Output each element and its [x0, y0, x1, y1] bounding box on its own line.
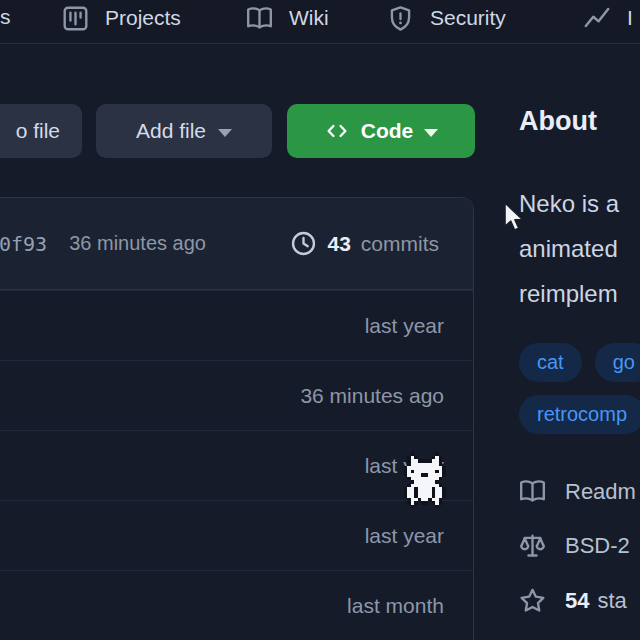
- commits-label: commits: [361, 232, 439, 256]
- project-icon: [62, 5, 89, 32]
- chevron-down-icon: [218, 129, 232, 137]
- row-updated-time: last year: [365, 524, 444, 548]
- go-to-file-label: o file: [16, 119, 60, 143]
- tab-label: Projects: [105, 6, 181, 30]
- chevron-down-icon: [424, 129, 438, 137]
- file-row[interactable]: 36 minutes ago: [0, 360, 473, 430]
- tab-label: Security: [430, 6, 506, 30]
- book-icon: [246, 5, 273, 32]
- code-button[interactable]: Code: [287, 104, 475, 158]
- commit-bar: 0f93 36 minutes ago 43 commits: [0, 198, 473, 290]
- about-heading: About: [519, 106, 597, 137]
- license-label: BSD-2: [565, 533, 630, 559]
- topic-pill[interactable]: cat: [519, 343, 582, 382]
- law-icon: [519, 532, 546, 559]
- history-icon: [290, 230, 317, 257]
- tab-security[interactable]: Security: [387, 0, 506, 36]
- commit-count: 43: [327, 232, 350, 256]
- about-description-line: Neko is a: [519, 181, 619, 226]
- code-icon: [324, 120, 350, 142]
- file-row[interactable]: last year: [0, 290, 473, 360]
- license-link[interactable]: BSD-2: [519, 532, 630, 559]
- star-icon: [519, 587, 546, 614]
- tab-wiki[interactable]: Wiki: [246, 0, 329, 36]
- file-row[interactable]: last year: [0, 500, 473, 570]
- stars-link[interactable]: 54sta: [519, 587, 627, 614]
- topic-list: cat go retrocomp: [519, 343, 640, 434]
- topic-pill[interactable]: retrocomp: [519, 395, 640, 434]
- about-description-line: reimplem: [519, 271, 619, 316]
- shield-icon: [387, 5, 414, 32]
- readme-label: Readm: [565, 479, 636, 505]
- tab-insights[interactable]: I: [583, 0, 633, 36]
- stars-label: sta: [597, 588, 626, 613]
- topic-pill[interactable]: go: [595, 343, 640, 382]
- about-description-line: animated: [519, 226, 619, 271]
- about-description: Neko is a animated reimplem: [519, 181, 619, 316]
- go-to-file-button[interactable]: o file: [0, 104, 82, 158]
- repo-tab-bar: s Projects Wiki Security I: [0, 0, 640, 44]
- tab-label: I: [627, 6, 633, 30]
- add-file-label: Add file: [136, 119, 206, 143]
- commit-hash[interactable]: 0f93: [0, 232, 47, 256]
- nav-partial-left: s: [0, 5, 11, 29]
- files-panel: 0f93 36 minutes ago 43 commits last year…: [0, 197, 474, 640]
- mouse-cursor: [503, 202, 527, 232]
- commit-time: 36 minutes ago: [69, 232, 206, 255]
- code-label: Code: [361, 119, 414, 143]
- row-updated-time: last year: [365, 314, 444, 338]
- row-updated-time: 36 minutes ago: [300, 384, 444, 408]
- file-row[interactable]: last month: [0, 570, 473, 640]
- star-count: 54: [565, 588, 589, 613]
- tab-label: Wiki: [289, 6, 329, 30]
- readme-link[interactable]: Readm: [519, 478, 636, 505]
- commit-history-link[interactable]: 43 commits: [290, 230, 439, 257]
- neko-cat-sprite: [400, 452, 456, 508]
- tab-projects[interactable]: Projects: [62, 0, 181, 36]
- row-updated-time: last month: [347, 594, 444, 618]
- add-file-button[interactable]: Add file: [96, 104, 272, 158]
- graph-icon: [583, 4, 611, 32]
- book-icon: [519, 478, 546, 505]
